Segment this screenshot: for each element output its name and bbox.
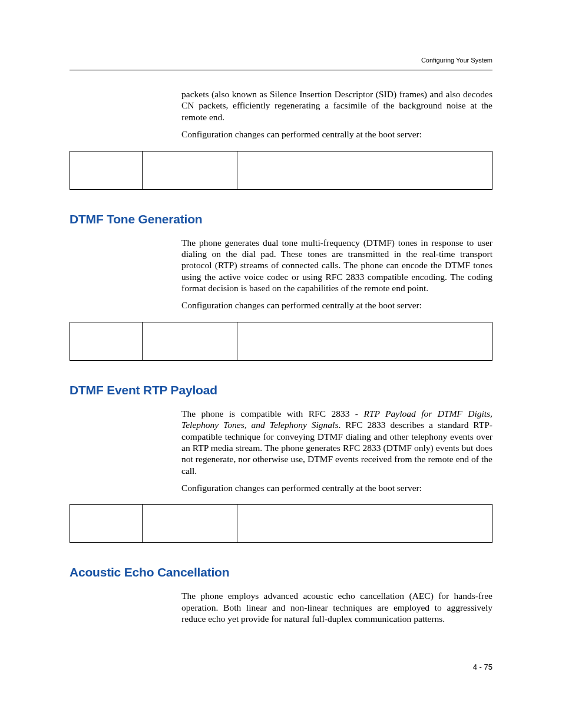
table-row bbox=[70, 322, 492, 360]
table-row bbox=[70, 505, 492, 543]
table-cell bbox=[143, 151, 237, 189]
table-cell bbox=[70, 322, 143, 360]
text-run: The phone is compatible with RFC 2833 - bbox=[181, 409, 363, 419]
section2-paragraph-1: The phone is compatible with RFC 2833 - … bbox=[181, 408, 492, 476]
intro-block: packets (also known as Silence Insertion… bbox=[181, 88, 492, 140]
section3-block: The phone employs advanced acoustic echo… bbox=[181, 590, 492, 624]
section2-paragraph-2: Configuration changes can performed cent… bbox=[181, 482, 492, 493]
config-table-3 bbox=[70, 504, 492, 543]
running-header: Configuring Your System bbox=[421, 57, 492, 64]
intro-paragraph-2: Configuration changes can performed cent… bbox=[181, 129, 492, 140]
intro-paragraph-1: packets (also known as Silence Insertion… bbox=[181, 88, 492, 123]
page: Configuring Your System packets (also kn… bbox=[0, 0, 562, 728]
heading-dtmf-tone-generation: DTMF Tone Generation bbox=[70, 212, 492, 226]
table-row bbox=[70, 151, 492, 189]
table-cell bbox=[237, 151, 492, 189]
section1-paragraph-2: Configuration changes can performed cent… bbox=[181, 299, 492, 311]
header-rule bbox=[70, 70, 492, 71]
section2-block: The phone is compatible with RFC 2833 - … bbox=[181, 408, 492, 494]
table-cell bbox=[70, 151, 143, 189]
heading-acoustic-echo-cancellation: Acoustic Echo Cancellation bbox=[70, 565, 492, 579]
table-cell bbox=[143, 505, 237, 543]
table-cell bbox=[237, 505, 492, 543]
page-content: packets (also known as Silence Insertion… bbox=[70, 88, 492, 631]
table-cell bbox=[70, 505, 143, 543]
section1-paragraph-1: The phone generates dual tone multi-freq… bbox=[181, 237, 492, 294]
section3-paragraph-1: The phone employs advanced acoustic echo… bbox=[181, 590, 492, 624]
heading-dtmf-event-rtp-payload: DTMF Event RTP Payload bbox=[70, 383, 492, 397]
section1-block: The phone generates dual tone multi-freq… bbox=[181, 237, 492, 311]
config-table-1 bbox=[70, 151, 492, 190]
table-cell bbox=[237, 322, 492, 360]
table-cell bbox=[143, 322, 237, 360]
config-table-2 bbox=[70, 322, 492, 361]
page-number: 4 - 75 bbox=[473, 663, 492, 671]
